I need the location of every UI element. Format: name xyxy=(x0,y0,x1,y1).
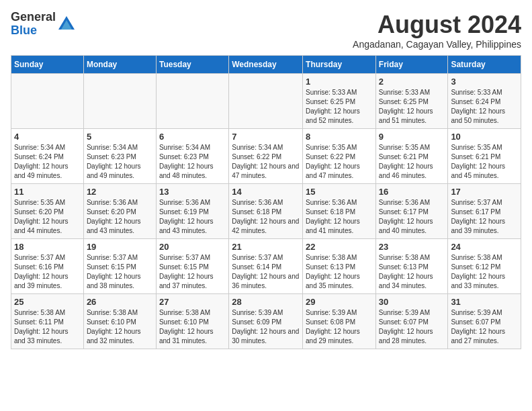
cell-date-number: 23 xyxy=(379,242,445,252)
cell-date-number: 13 xyxy=(159,187,226,197)
calendar-header: SundayMondayTuesdayWednesdayThursdayFrid… xyxy=(11,56,521,74)
calendar-cell: 7Sunrise: 5:34 AMSunset: 6:22 PMDaylight… xyxy=(229,129,303,184)
cell-date-number: 22 xyxy=(306,242,373,252)
cell-info: Sunrise: 5:36 AMSunset: 6:19 PMDaylight:… xyxy=(159,198,226,236)
cell-date-number: 12 xyxy=(87,187,153,197)
calendar-cell: 24Sunrise: 5:38 AMSunset: 6:12 PMDayligh… xyxy=(448,239,521,294)
calendar-cell: 17Sunrise: 5:37 AMSunset: 6:17 PMDayligh… xyxy=(448,184,521,239)
calendar-cell: 16Sunrise: 5:36 AMSunset: 6:17 PMDayligh… xyxy=(375,184,448,239)
calendar-cell: 3Sunrise: 5:33 AMSunset: 6:24 PMDaylight… xyxy=(448,74,521,129)
calendar-cell xyxy=(83,74,156,129)
calendar-cell: 14Sunrise: 5:36 AMSunset: 6:18 PMDayligh… xyxy=(229,184,303,239)
cell-date-number: 2 xyxy=(379,77,445,87)
calendar-cell: 5Sunrise: 5:34 AMSunset: 6:23 PMDaylight… xyxy=(83,129,156,184)
calendar-cell: 15Sunrise: 5:36 AMSunset: 6:18 PMDayligh… xyxy=(303,184,376,239)
calendar-cell: 10Sunrise: 5:35 AMSunset: 6:21 PMDayligh… xyxy=(448,129,521,184)
logo-icon xyxy=(57,15,76,34)
cell-date-number: 25 xyxy=(14,297,81,307)
title-section: August 2024 Angadanan, Cagayan Valley, P… xyxy=(353,11,521,50)
cell-date-number: 5 xyxy=(87,132,153,142)
cell-info: Sunrise: 5:38 AMSunset: 6:13 PMDaylight:… xyxy=(306,253,373,291)
cell-date-number: 21 xyxy=(232,242,300,252)
cell-date-number: 3 xyxy=(451,77,518,87)
week-row-3: 11Sunrise: 5:35 AMSunset: 6:20 PMDayligh… xyxy=(11,184,521,239)
cell-info: Sunrise: 5:36 AMSunset: 6:18 PMDaylight:… xyxy=(232,198,300,236)
cell-info: Sunrise: 5:33 AMSunset: 6:25 PMDaylight:… xyxy=(306,88,373,126)
cell-date-number: 16 xyxy=(379,187,445,197)
cell-date-number: 4 xyxy=(14,132,81,142)
cell-info: Sunrise: 5:34 AMSunset: 6:23 PMDaylight:… xyxy=(87,143,153,181)
calendar-cell: 21Sunrise: 5:37 AMSunset: 6:14 PMDayligh… xyxy=(229,239,303,294)
calendar-cell xyxy=(156,74,228,129)
cell-info: Sunrise: 5:37 AMSunset: 6:15 PMDaylight:… xyxy=(87,253,153,291)
cell-info: Sunrise: 5:38 AMSunset: 6:12 PMDaylight:… xyxy=(451,253,518,291)
calendar-cell: 29Sunrise: 5:39 AMSunset: 6:08 PMDayligh… xyxy=(303,294,376,349)
cell-info: Sunrise: 5:35 AMSunset: 6:21 PMDaylight:… xyxy=(379,143,445,181)
calendar-cell: 22Sunrise: 5:38 AMSunset: 6:13 PMDayligh… xyxy=(303,239,376,294)
cell-info: Sunrise: 5:39 AMSunset: 6:08 PMDaylight:… xyxy=(306,308,373,346)
cell-date-number: 7 xyxy=(232,132,300,142)
calendar-cell: 11Sunrise: 5:35 AMSunset: 6:20 PMDayligh… xyxy=(11,184,84,239)
header-row: SundayMondayTuesdayWednesdayThursdayFrid… xyxy=(11,56,521,74)
cell-date-number: 1 xyxy=(306,77,373,87)
week-row-4: 18Sunrise: 5:37 AMSunset: 6:16 PMDayligh… xyxy=(11,239,521,294)
cell-info: Sunrise: 5:38 AMSunset: 6:10 PMDaylight:… xyxy=(87,308,153,346)
logo: General Blue xyxy=(11,11,76,38)
cell-info: Sunrise: 5:37 AMSunset: 6:17 PMDaylight:… xyxy=(451,198,518,236)
cell-info: Sunrise: 5:36 AMSunset: 6:20 PMDaylight:… xyxy=(87,198,153,236)
calendar-cell: 23Sunrise: 5:38 AMSunset: 6:13 PMDayligh… xyxy=(375,239,448,294)
cell-date-number: 30 xyxy=(379,297,445,307)
header-day-wednesday: Wednesday xyxy=(229,56,303,74)
page-header: General Blue August 2024 Angadanan, Caga… xyxy=(11,11,521,50)
calendar-cell: 26Sunrise: 5:38 AMSunset: 6:10 PMDayligh… xyxy=(83,294,156,349)
cell-date-number: 14 xyxy=(232,187,300,197)
calendar-cell: 4Sunrise: 5:34 AMSunset: 6:24 PMDaylight… xyxy=(11,129,84,184)
calendar-table: SundayMondayTuesdayWednesdayThursdayFrid… xyxy=(11,55,521,349)
calendar-cell: 18Sunrise: 5:37 AMSunset: 6:16 PMDayligh… xyxy=(11,239,84,294)
cell-info: Sunrise: 5:33 AMSunset: 6:24 PMDaylight:… xyxy=(451,88,518,126)
cell-info: Sunrise: 5:34 AMSunset: 6:24 PMDaylight:… xyxy=(14,143,81,181)
calendar-cell: 8Sunrise: 5:35 AMSunset: 6:22 PMDaylight… xyxy=(303,129,376,184)
cell-info: Sunrise: 5:35 AMSunset: 6:20 PMDaylight:… xyxy=(14,198,81,236)
cell-date-number: 20 xyxy=(159,242,226,252)
header-day-friday: Friday xyxy=(375,56,448,74)
header-day-monday: Monday xyxy=(83,56,156,74)
cell-date-number: 6 xyxy=(159,132,226,142)
cell-date-number: 15 xyxy=(306,187,373,197)
header-day-thursday: Thursday xyxy=(303,56,376,74)
cell-info: Sunrise: 5:39 AMSunset: 6:07 PMDaylight:… xyxy=(451,308,518,346)
calendar-cell: 20Sunrise: 5:37 AMSunset: 6:15 PMDayligh… xyxy=(156,239,228,294)
cell-date-number: 17 xyxy=(451,187,518,197)
cell-date-number: 9 xyxy=(379,132,445,142)
cell-info: Sunrise: 5:36 AMSunset: 6:18 PMDaylight:… xyxy=(306,198,373,236)
calendar-cell: 13Sunrise: 5:36 AMSunset: 6:19 PMDayligh… xyxy=(156,184,228,239)
cell-info: Sunrise: 5:37 AMSunset: 6:14 PMDaylight:… xyxy=(232,253,300,291)
cell-info: Sunrise: 5:33 AMSunset: 6:25 PMDaylight:… xyxy=(379,88,445,126)
header-day-sunday: Sunday xyxy=(11,56,84,74)
calendar-cell: 28Sunrise: 5:39 AMSunset: 6:09 PMDayligh… xyxy=(229,294,303,349)
calendar-cell: 2Sunrise: 5:33 AMSunset: 6:25 PMDaylight… xyxy=(375,74,448,129)
calendar-cell: 19Sunrise: 5:37 AMSunset: 6:15 PMDayligh… xyxy=(83,239,156,294)
cell-date-number: 27 xyxy=(159,297,226,307)
cell-info: Sunrise: 5:35 AMSunset: 6:21 PMDaylight:… xyxy=(451,143,518,181)
cell-info: Sunrise: 5:39 AMSunset: 6:07 PMDaylight:… xyxy=(379,308,445,346)
header-day-tuesday: Tuesday xyxy=(156,56,228,74)
calendar-cell: 31Sunrise: 5:39 AMSunset: 6:07 PMDayligh… xyxy=(448,294,521,349)
cell-date-number: 31 xyxy=(451,297,518,307)
calendar-cell: 27Sunrise: 5:38 AMSunset: 6:10 PMDayligh… xyxy=(156,294,228,349)
week-row-1: 1Sunrise: 5:33 AMSunset: 6:25 PMDaylight… xyxy=(11,74,521,129)
calendar-cell: 25Sunrise: 5:38 AMSunset: 6:11 PMDayligh… xyxy=(11,294,84,349)
cell-info: Sunrise: 5:38 AMSunset: 6:10 PMDaylight:… xyxy=(159,308,226,346)
calendar-cell: 6Sunrise: 5:34 AMSunset: 6:23 PMDaylight… xyxy=(156,129,228,184)
cell-date-number: 8 xyxy=(306,132,373,142)
calendar-cell: 30Sunrise: 5:39 AMSunset: 6:07 PMDayligh… xyxy=(375,294,448,349)
cell-info: Sunrise: 5:39 AMSunset: 6:09 PMDaylight:… xyxy=(232,308,300,346)
calendar-cell xyxy=(11,74,84,129)
calendar-body: 1Sunrise: 5:33 AMSunset: 6:25 PMDaylight… xyxy=(11,74,521,349)
cell-date-number: 29 xyxy=(306,297,373,307)
location-subtitle: Angadanan, Cagayan Valley, Philippines xyxy=(353,39,521,50)
cell-date-number: 24 xyxy=(451,242,518,252)
cell-date-number: 26 xyxy=(87,297,153,307)
cell-info: Sunrise: 5:34 AMSunset: 6:22 PMDaylight:… xyxy=(232,143,300,181)
cell-info: Sunrise: 5:37 AMSunset: 6:15 PMDaylight:… xyxy=(159,253,226,291)
